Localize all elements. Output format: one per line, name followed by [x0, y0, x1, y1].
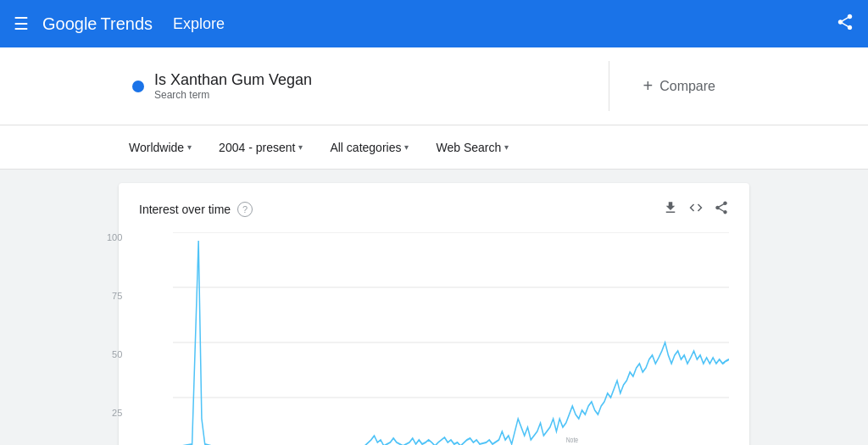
chart-note-label: Note	[566, 436, 579, 444]
search-term-text: Is Xanthan Gum Vegan Search term	[154, 71, 312, 101]
term-dot	[132, 81, 144, 92]
logo-google-text: Google	[42, 14, 97, 34]
y-label-100: 100	[107, 232, 122, 242]
search-section: Is Xanthan Gum Vegan Search term + Compa…	[0, 47, 868, 125]
search-type-filter[interactable]: Web Search ▾	[426, 136, 519, 159]
compare-label: Compare	[659, 79, 715, 94]
compare-box[interactable]: + Compare	[609, 66, 750, 106]
search-type-chevron-icon: ▾	[504, 142, 509, 152]
time-range-filter[interactable]: 2004 - present ▾	[209, 136, 313, 159]
chart-area: Note	[173, 232, 729, 445]
download-button[interactable]	[663, 200, 678, 219]
embed-button[interactable]	[688, 200, 704, 219]
hamburger-menu[interactable]: ☰	[14, 14, 29, 34]
time-range-chevron-icon: ▾	[298, 142, 303, 152]
y-label-50: 50	[107, 349, 122, 359]
chart-card: Interest over time ? 100	[119, 183, 749, 445]
category-filter[interactable]: All categories ▾	[320, 136, 419, 159]
search-term-box[interactable]: Is Xanthan Gum Vegan Search term	[119, 61, 609, 111]
share-icon[interactable]	[836, 13, 854, 36]
category-chevron-icon: ▾	[404, 142, 409, 152]
chart-title: Interest over time	[139, 203, 231, 216]
category-label: All categories	[330, 141, 401, 154]
y-label-75: 75	[107, 291, 122, 301]
y-axis-labels: 100 75 50 25	[107, 232, 122, 445]
main-content: Interest over time ? 100	[0, 170, 868, 445]
time-range-label: 2004 - present	[219, 141, 295, 154]
geography-filter[interactable]: Worldwide ▾	[119, 136, 202, 159]
search-term-name: Is Xanthan Gum Vegan	[154, 71, 312, 89]
geography-chevron-icon: ▾	[187, 142, 192, 152]
help-icon-label: ?	[242, 204, 248, 214]
share-chart-button[interactable]	[714, 200, 729, 219]
compare-plus-icon: +	[643, 76, 654, 96]
chart-actions	[663, 200, 729, 219]
app-header: ☰ Google Trends Explore	[0, 0, 868, 47]
chart-title-group: Interest over time ?	[139, 202, 253, 217]
y-label-25: 25	[107, 408, 122, 418]
explore-label: Explore	[173, 15, 225, 33]
chart-svg: Note	[173, 232, 729, 445]
geography-label: Worldwide	[129, 141, 184, 154]
chart-container: 100 75 50 25	[139, 232, 729, 445]
logo-trends-text: Trends	[101, 14, 153, 34]
search-term-label: Search term	[154, 89, 312, 101]
search-type-label: Web Search	[436, 141, 501, 154]
filters-section: Worldwide ▾ 2004 - present ▾ All categor…	[0, 125, 868, 170]
logo: Google Trends	[42, 14, 153, 34]
help-icon[interactable]: ?	[237, 202, 253, 217]
chart-header: Interest over time ?	[139, 200, 729, 219]
header-left: ☰ Google Trends Explore	[14, 14, 225, 34]
